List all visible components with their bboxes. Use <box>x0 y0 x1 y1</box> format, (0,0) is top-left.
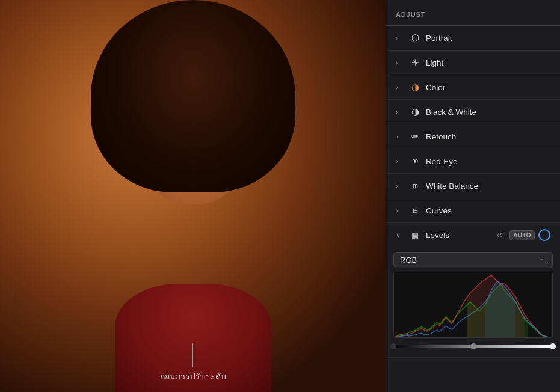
rgb-select-wrapper: RGB Red Green Blue ⌃⌄ <box>393 252 553 268</box>
levels-section: ∨ ▦ Levels ↺ AUTO RGB Red Green Blue ⌃⌄ <box>386 223 560 358</box>
chevron-icon: › <box>396 133 403 140</box>
sidebar-item-red-eye[interactable]: › 👁 Red-Eye <box>386 149 560 174</box>
color-label: Color <box>426 83 550 92</box>
white-balance-label: White Balance <box>426 182 550 191</box>
panel-header: ADJUST <box>386 0 560 26</box>
photo-hair <box>91 0 295 192</box>
panel-title: ADJUST <box>396 11 425 18</box>
red-eye-icon: 👁 <box>409 155 421 167</box>
chevron-icon: › <box>396 158 403 165</box>
portrait-label: Portrait <box>426 34 550 43</box>
levels-header[interactable]: ∨ ▦ Levels ↺ AUTO <box>386 223 560 247</box>
black-white-label: Black & White <box>426 108 550 117</box>
sidebar-item-color[interactable]: › ◑ Color <box>386 75 560 100</box>
levels-label: Levels <box>426 231 494 240</box>
photo-area: ก่อนการปรับระดับ <box>0 0 386 392</box>
black-point-handle[interactable] <box>390 343 396 349</box>
midpoint-handle[interactable] <box>470 343 476 349</box>
chevron-icon: › <box>396 34 403 41</box>
light-label: Light <box>426 58 550 67</box>
sidebar-item-retouch[interactable]: › ✏ Retouch <box>386 124 560 149</box>
levels-slider[interactable] <box>393 340 553 352</box>
chevron-icon: › <box>396 108 403 115</box>
chevron-icon: › <box>396 207 403 214</box>
histogram-container <box>393 272 553 338</box>
levels-icon: ▦ <box>409 229 421 241</box>
auto-button[interactable]: AUTO <box>509 230 535 240</box>
photo-caption-area: ก่อนการปรับระดับ <box>160 343 226 383</box>
sidebar-item-curves[interactable]: › ⊟ Curves <box>386 198 560 223</box>
chevron-down-icon: ∨ <box>396 231 403 239</box>
light-icon: ✳ <box>409 57 421 69</box>
channel-circle-button[interactable] <box>538 229 550 241</box>
black-white-icon: ◑ <box>409 106 421 118</box>
white-point-handle[interactable] <box>550 343 556 349</box>
undo-button[interactable]: ↺ <box>494 229 506 241</box>
caption-line <box>192 343 193 367</box>
portrait-icon: ⬡ <box>409 32 421 44</box>
sidebar-item-black-white[interactable]: › ◑ Black & White <box>386 100 560 124</box>
curves-icon: ⊟ <box>409 204 421 216</box>
sidebar-item-portrait[interactable]: › ⬡ Portrait <box>386 26 560 51</box>
white-balance-icon: ⊞ <box>409 180 421 192</box>
levels-actions: ↺ AUTO <box>494 229 550 241</box>
chevron-icon: › <box>396 182 403 189</box>
color-icon: ◑ <box>409 81 421 93</box>
levels-content: RGB Red Green Blue ⌃⌄ <box>386 247 560 357</box>
rgb-channel-select[interactable]: RGB Red Green Blue <box>393 252 553 268</box>
chevron-icon: › <box>396 59 403 66</box>
sidebar-item-light[interactable]: › ✳ Light <box>386 51 560 75</box>
histogram-svg <box>394 272 552 337</box>
adjust-panel: ADJUST › ⬡ Portrait › ✳ Light › ◑ Color … <box>386 0 560 392</box>
photo-background <box>0 0 386 392</box>
retouch-icon: ✏ <box>409 130 421 142</box>
curves-label: Curves <box>426 206 550 215</box>
slider-track <box>393 345 553 348</box>
retouch-label: Retouch <box>426 132 550 141</box>
caption-text: ก่อนการปรับระดับ <box>160 370 226 383</box>
chevron-icon: › <box>396 84 403 91</box>
sidebar-item-white-balance[interactable]: › ⊞ White Balance <box>386 174 560 198</box>
red-eye-label: Red-Eye <box>426 157 550 166</box>
